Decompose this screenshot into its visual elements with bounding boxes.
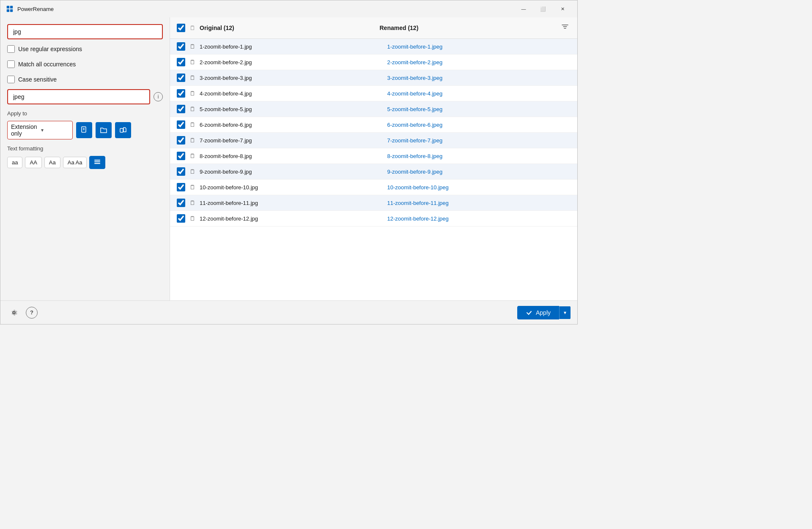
lowercase-button[interactable]: aa — [7, 157, 22, 168]
svg-rect-0 — [7, 6, 9, 8]
row-checkbox[interactable] — [177, 89, 185, 98]
filter-button[interactable] — [560, 22, 571, 34]
row-checkbox[interactable] — [177, 183, 185, 191]
file-icon: 🗒 — [189, 59, 195, 65]
file-original-name: 2-zoomit-before-2.jpg — [200, 59, 383, 65]
titlebar-controls: — ⬜ ✕ — [514, 3, 572, 15]
select-all-checkbox[interactable] — [177, 24, 185, 32]
left-panel: Use regular expressions Match all occurr… — [0, 17, 170, 300]
file-renamed-name: 6-zoomit-before-6.jpeg — [387, 122, 571, 128]
window-title: PowerRename — [17, 6, 514, 12]
file-renamed-name: 5-zoomit-before-5.jpeg — [387, 106, 571, 112]
row-checkbox[interactable] — [177, 42, 185, 51]
row-checkbox[interactable] — [177, 105, 185, 113]
multiline-button[interactable] — [89, 156, 105, 169]
file-icon: 🗒 — [189, 90, 195, 97]
col-original-header: Original (12) — [200, 25, 376, 31]
file-renamed-name: 2-zoomit-before-2.jpeg — [387, 59, 571, 65]
app-icon — [5, 5, 14, 13]
chevron-down-icon: ▾ — [41, 127, 69, 133]
file-original-name: 6-zoomit-before-6.jpg — [200, 122, 383, 128]
file-original-name: 4-zoomit-before-4.jpg — [200, 90, 383, 97]
file-renamed-name: 8-zoomit-before-8.jpeg — [387, 153, 571, 159]
row-checkbox[interactable] — [177, 199, 185, 207]
row-checkbox[interactable] — [177, 152, 185, 160]
files-folders-button[interactable] — [115, 122, 131, 138]
file-icon: 🗒 — [189, 184, 195, 191]
match-all-row: Match all occurrences — [7, 59, 163, 70]
close-button[interactable]: ✕ — [553, 3, 572, 15]
col-renamed-header: Renamed (12) — [380, 25, 556, 31]
info-button[interactable]: i — [154, 92, 163, 101]
help-button[interactable]: ? — [26, 307, 38, 319]
svg-rect-2 — [7, 9, 9, 12]
titlebar: PowerRename — ⬜ ✕ — [0, 0, 577, 17]
match-all-label: Match all occurrences — [18, 61, 76, 68]
row-checkbox[interactable] — [177, 214, 185, 223]
settings-button[interactable] — [7, 306, 21, 319]
use-regex-label: Use regular expressions — [18, 46, 82, 52]
case-sensitive-label: Case sensitive — [18, 76, 57, 83]
file-renamed-name: 10-zoomit-before-10.jpeg — [387, 184, 571, 191]
bottom-bar: ? Apply ▾ — [0, 300, 577, 324]
file-icon: 🗒 — [189, 106, 195, 112]
apply-button-group: Apply ▾ — [517, 306, 571, 319]
table-row: 🗒 9-zoomit-before-9.jpg 9-zoomit-before-… — [170, 164, 577, 180]
file-icon: 🗒 — [189, 121, 195, 128]
row-checkbox[interactable] — [177, 120, 185, 129]
camelcase-button[interactable]: Aa Aa — [63, 157, 87, 168]
titlecase-button[interactable]: Aa — [44, 157, 60, 168]
file-table-header: 🗒 Original (12) Renamed (12) — [170, 17, 577, 39]
folders-only-button[interactable] — [96, 122, 112, 138]
file-original-name: 10-zoomit-before-10.jpg — [200, 184, 383, 191]
file-icon: 🗒 — [189, 215, 195, 222]
file-icon: 🗒 — [189, 74, 195, 81]
file-original-name: 11-zoomit-before-11.jpg — [200, 200, 383, 206]
text-formatting-label: Text formatting — [7, 145, 163, 152]
text-formatting-row: aa AA Aa Aa Aa — [7, 156, 163, 169]
table-row: 🗒 10-zoomit-before-10.jpg 10-zoomit-befo… — [170, 180, 577, 195]
svg-rect-10 — [94, 163, 100, 164]
apply-dropdown-button[interactable]: ▾ — [559, 306, 571, 319]
app-window: PowerRename — ⬜ ✕ Use regular expression… — [0, 0, 578, 324]
table-row: 🗒 4-zoomit-before-4.jpg 4-zoomit-before-… — [170, 86, 577, 101]
svg-rect-7 — [120, 128, 123, 132]
table-row: 🗒 2-zoomit-before-2.jpg 2-zoomit-before-… — [170, 55, 577, 70]
file-renamed-name: 9-zoomit-before-9.jpeg — [387, 169, 571, 175]
search-input[interactable] — [7, 24, 163, 39]
replace-input[interactable] — [7, 89, 150, 104]
files-only-button[interactable] — [76, 122, 92, 138]
svg-rect-1 — [10, 6, 13, 8]
replace-row: i — [7, 89, 163, 104]
file-icon: 🗒 — [189, 199, 195, 206]
apply-to-label: Apply to — [7, 110, 163, 117]
file-renamed-name: 7-zoomit-before-7.jpeg — [387, 137, 571, 144]
file-original-name: 1-zoomit-before-1.jpg — [200, 44, 383, 50]
file-renamed-name: 11-zoomit-before-11.jpeg — [387, 200, 571, 206]
file-original-name: 9-zoomit-before-9.jpg — [200, 169, 383, 175]
file-renamed-name: 1-zoomit-before-1.jpeg — [387, 44, 571, 50]
uppercase-button[interactable]: AA — [25, 157, 41, 168]
svg-rect-8 — [94, 160, 100, 161]
minimize-button[interactable]: — — [514, 3, 533, 15]
file-icon: 🗒 — [189, 43, 195, 50]
table-row: 🗒 11-zoomit-before-11.jpg 11-zoomit-befo… — [170, 195, 577, 211]
case-sensitive-checkbox[interactable] — [7, 76, 15, 83]
apply-to-dropdown[interactable]: Extension only ▾ — [7, 121, 73, 139]
file-renamed-name: 12-zoomit-before-12.jpeg — [387, 215, 571, 222]
table-row: 🗒 3-zoomit-before-3.jpg 3-zoomit-before-… — [170, 70, 577, 86]
right-panel: 🗒 Original (12) Renamed (12) 🗒 1-zoomit-… — [170, 17, 577, 300]
apply-button[interactable]: Apply — [517, 306, 559, 319]
file-icon: 🗒 — [189, 153, 195, 159]
row-checkbox[interactable] — [177, 167, 185, 176]
apply-to-value: Extension only — [11, 123, 39, 137]
use-regex-checkbox[interactable] — [7, 45, 15, 53]
match-all-checkbox[interactable] — [7, 60, 15, 68]
row-checkbox[interactable] — [177, 136, 185, 145]
file-original-name: 8-zoomit-before-8.jpg — [200, 153, 383, 159]
row-checkbox[interactable] — [177, 74, 185, 82]
file-renamed-name: 4-zoomit-before-4.jpeg — [387, 90, 571, 97]
row-checkbox[interactable] — [177, 58, 185, 66]
svg-rect-3 — [10, 9, 13, 12]
maximize-button[interactable]: ⬜ — [533, 3, 553, 15]
